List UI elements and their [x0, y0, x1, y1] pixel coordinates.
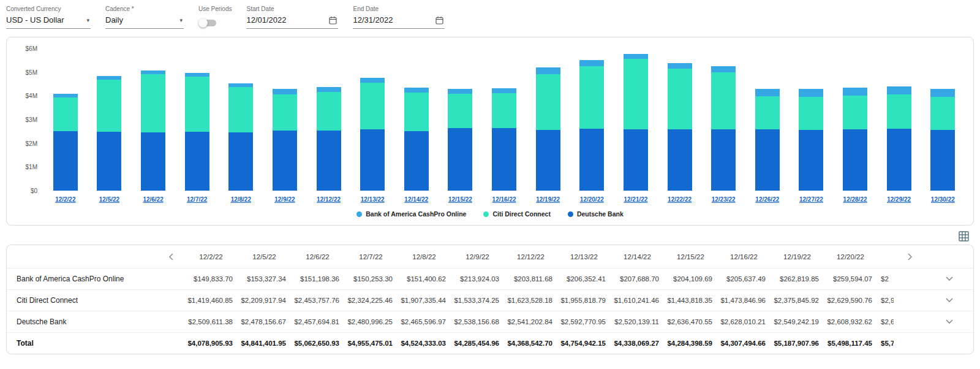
bar-segment-deutsche-bank[interactable] [492, 128, 516, 191]
bar-segment-deutsche-bank[interactable] [930, 130, 955, 191]
legend-item-deutsche-bank[interactable]: Deutsche Bank [568, 210, 624, 218]
use-periods-toggle[interactable] [198, 18, 218, 28]
x-axis-date-link[interactable]: 12/14/22 [404, 196, 428, 203]
x-axis-date-link[interactable]: 12/30/22 [931, 196, 955, 203]
bar-segment-bank-of-america-cashpro-online[interactable] [755, 89, 780, 96]
x-axis-date-link[interactable]: 12/13/22 [361, 196, 385, 203]
table-cell-clipped: $2,9 [877, 297, 894, 304]
x-axis-date-link[interactable]: 12/6/22 [143, 196, 163, 203]
bar-segment-citi-direct-connect[interactable] [843, 96, 867, 129]
x-axis-date-link[interactable]: 12/28/22 [843, 196, 867, 203]
calendar-icon[interactable] [329, 16, 337, 25]
x-axis-date-link[interactable]: 12/16/22 [492, 196, 516, 203]
x-axis-date-link[interactable]: 12/5/22 [99, 196, 119, 203]
bar-segment-deutsche-bank[interactable] [668, 129, 692, 191]
bar-segment-citi-direct-connect[interactable] [579, 66, 604, 129]
bar-segment-deutsche-bank[interactable] [360, 129, 385, 191]
table-cell: $4,284,398.59 [664, 340, 717, 347]
bar-segment-citi-direct-connect[interactable] [97, 80, 121, 132]
bar-segment-deutsche-bank[interactable] [843, 129, 867, 191]
filter-toolbar: Converted Currency USD - US Dollar ▾ Cad… [0, 0, 980, 29]
bar-segment-deutsche-bank[interactable] [624, 129, 648, 191]
x-axis-date-link[interactable]: 12/26/22 [755, 196, 779, 203]
x-axis-date-link[interactable]: 12/22/22 [668, 196, 692, 203]
end-date-input[interactable]: 12/31/2022 [353, 13, 445, 29]
table-cell: $1,610,241.46 [611, 297, 664, 304]
legend-item-citi-direct-connect[interactable]: Citi Direct Connect [483, 210, 551, 218]
bar-segment-citi-direct-connect[interactable] [141, 74, 165, 132]
bar-segment-citi-direct-connect[interactable] [536, 74, 560, 131]
bar-segment-citi-direct-connect[interactable] [360, 83, 385, 129]
bar-segment-citi-direct-connect[interactable] [711, 72, 736, 129]
bar-segment-citi-direct-connect[interactable] [799, 97, 823, 131]
bar-segment-bank-of-america-cashpro-online[interactable] [492, 88, 516, 93]
bar-segment-citi-direct-connect[interactable] [887, 94, 911, 129]
bar-segment-deutsche-bank[interactable] [185, 132, 209, 191]
bar-segment-deutsche-bank[interactable] [141, 132, 165, 191]
x-axis-date-link[interactable]: 12/15/22 [448, 196, 472, 203]
bar-segment-bank-of-america-cashpro-online[interactable] [711, 66, 736, 72]
calendar-icon[interactable] [435, 16, 443, 25]
bar-segment-citi-direct-connect[interactable] [273, 94, 297, 131]
bar-segment-deutsche-bank[interactable] [755, 129, 780, 191]
start-date-input[interactable]: 12/01/2022 [246, 13, 338, 29]
table-view-icon[interactable] [959, 231, 969, 242]
x-axis-date-link[interactable]: 12/12/22 [317, 196, 341, 203]
bar-segment-citi-direct-connect[interactable] [755, 96, 780, 129]
converted-currency-select[interactable]: USD - US Dollar ▾ [6, 13, 91, 29]
bar-segment-deutsche-bank[interactable] [711, 129, 736, 191]
next-page-icon[interactable] [905, 253, 914, 261]
bar-segment-citi-direct-connect[interactable] [185, 77, 209, 132]
bar-segment-citi-direct-connect[interactable] [228, 87, 253, 132]
bar-segment-deutsche-bank[interactable] [53, 131, 78, 191]
bar-segment-deutsche-bank[interactable] [579, 129, 604, 191]
x-axis-date-link[interactable]: 12/20/22 [580, 196, 604, 203]
row-label: Bank of America CashPro Online [7, 275, 184, 283]
x-axis-date-link[interactable]: 12/23/22 [712, 196, 736, 203]
bar-segment-deutsche-bank[interactable] [97, 132, 121, 191]
bar-segment-bank-of-america-cashpro-online[interactable] [404, 88, 429, 93]
x-axis-date-link[interactable]: 12/19/22 [536, 196, 560, 203]
bar-segment-citi-direct-connect[interactable] [404, 93, 429, 131]
bar-segment-bank-of-america-cashpro-online[interactable] [360, 78, 385, 83]
x-axis-date-link[interactable]: 12/21/22 [624, 196, 647, 203]
chevron-down-icon[interactable] [946, 298, 953, 303]
bar-segment-citi-direct-connect[interactable] [624, 59, 648, 129]
bar-segment-bank-of-america-cashpro-online[interactable] [930, 89, 955, 97]
x-axis-date-link[interactable]: 12/2/22 [55, 196, 75, 203]
bar-segment-bank-of-america-cashpro-online[interactable] [448, 89, 472, 94]
bar-segment-bank-of-america-cashpro-online[interactable] [273, 89, 297, 94]
bar-segment-citi-direct-connect[interactable] [668, 69, 692, 129]
bar-segment-deutsche-bank[interactable] [887, 129, 911, 191]
chevron-down-icon[interactable] [946, 276, 953, 281]
bar-segment-citi-direct-connect[interactable] [317, 92, 341, 131]
bar-segment-deutsche-bank[interactable] [317, 131, 341, 191]
x-axis-date-link[interactable]: 12/29/22 [887, 196, 911, 203]
x-axis-date-link[interactable]: 12/7/22 [187, 196, 207, 203]
bar-segment-deutsche-bank[interactable] [273, 131, 297, 191]
bar-segment-deutsche-bank[interactable] [448, 128, 472, 191]
chevron-down-icon[interactable] [946, 319, 953, 324]
bar-segment-deutsche-bank[interactable] [404, 131, 429, 191]
bar-segment-bank-of-america-cashpro-online[interactable] [887, 86, 911, 95]
bar-segment-deutsche-bank[interactable] [228, 132, 253, 191]
bar-segment-citi-direct-connect[interactable] [930, 97, 955, 130]
x-axis-date-link[interactable]: 12/9/22 [274, 196, 295, 203]
bar-segment-deutsche-bank[interactable] [536, 130, 560, 191]
x-axis-date-link[interactable]: 12/27/22 [799, 196, 823, 203]
prev-page-icon[interactable] [167, 253, 176, 261]
bar-segment-bank-of-america-cashpro-online[interactable] [668, 63, 692, 69]
cadence-select[interactable]: Daily ▾ [105, 13, 184, 29]
bar-segment-deutsche-bank[interactable] [799, 130, 823, 191]
legend-item-bank-of-america-cashpro-online[interactable]: Bank of America CashPro Online [356, 210, 466, 218]
bar-segment-citi-direct-connect[interactable] [53, 97, 78, 131]
bar-segment-bank-of-america-cashpro-online[interactable] [579, 60, 604, 66]
bar-segment-bank-of-america-cashpro-online[interactable] [317, 87, 341, 92]
bar-segment-citi-direct-connect[interactable] [492, 93, 516, 128]
bar-segment-citi-direct-connect[interactable] [448, 94, 472, 128]
bar-segment-bank-of-america-cashpro-online[interactable] [799, 89, 823, 97]
bar-segment-bank-of-america-cashpro-online[interactable] [843, 88, 867, 96]
bar-segment-bank-of-america-cashpro-online[interactable] [536, 67, 560, 74]
x-axis-date-link[interactable]: 12/8/22 [231, 196, 251, 203]
bar-segment-bank-of-america-cashpro-online[interactable] [624, 54, 648, 59]
